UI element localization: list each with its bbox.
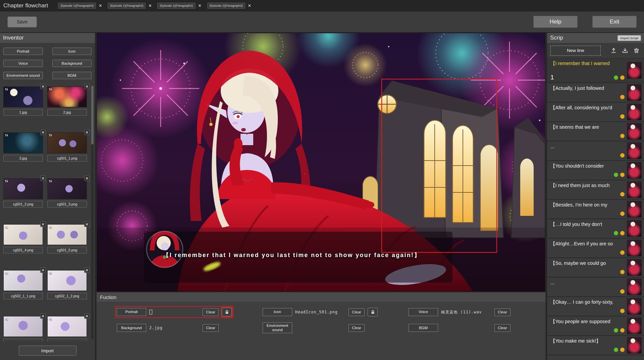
delete-line-button[interactable] <box>632 46 641 55</box>
asset-thumbnail[interactable] <box>3 178 43 199</box>
category-bgm-button[interactable]: BGM <box>52 72 92 79</box>
category-background-button[interactable]: Background <box>52 60 92 67</box>
asset-close-icon[interactable]: ✕ <box>84 222 90 227</box>
tab-close-icon[interactable]: ✕ <box>198 4 202 8</box>
asset-thumbnail[interactable] <box>3 86 43 107</box>
editor-tab[interactable]: (Episode 1)(Paragraph4)✕ <box>58 3 102 9</box>
asset-thumbnail[interactable] <box>47 178 87 199</box>
save-button[interactable]: Save <box>7 16 37 27</box>
voice-value[interactable]: 精灵蓝色 (11).wav <box>441 310 491 315</box>
asset-close-icon[interactable]: ✕ <box>40 176 46 181</box>
bgm-label-button[interactable]: BGM <box>409 324 438 332</box>
reorder-handle[interactable] <box>4 317 9 321</box>
category-voice-button[interactable]: Voice <box>3 60 43 67</box>
asset-item[interactable]: ✕cg502_1_1.png <box>3 270 43 299</box>
script-line[interactable]: 【You shouldn't consider <box>547 161 644 180</box>
reorder-handle[interactable] <box>48 179 53 183</box>
icon-label-button[interactable]: Icon <box>263 308 292 316</box>
reorder-handle[interactable] <box>4 133 9 137</box>
asset-thumbnail[interactable] <box>47 132 87 153</box>
script-line[interactable]: 【I need them just as much <box>547 180 644 200</box>
editor-tab[interactable]: (Episode 1)(Paragraph3)✕ <box>108 3 152 9</box>
reorder-handle[interactable] <box>48 87 53 92</box>
asset-close-icon[interactable]: ✕ <box>40 267 46 273</box>
asset-thumbnail[interactable] <box>3 316 43 337</box>
background-value[interactable]: 2.jpg <box>149 325 200 330</box>
asset-thumbnail[interactable] <box>3 132 43 153</box>
asset-item[interactable]: ✕3.jpg <box>3 132 43 162</box>
script-line[interactable]: 【Actually, I just followed <box>547 83 644 103</box>
asset-close-icon[interactable]: ✕ <box>84 267 90 273</box>
asset-close-icon[interactable]: ✕ <box>40 313 46 319</box>
clear-button[interactable]: Clear <box>348 308 365 316</box>
clear-button[interactable]: Clear <box>494 308 511 316</box>
lock-button[interactable] <box>368 308 378 316</box>
asset-item[interactable]: ✕cg501_1.png <box>47 132 87 162</box>
preview-canvas[interactable]: 【I remember that I warned you last time … <box>97 33 545 292</box>
move-line-up-button[interactable] <box>609 46 618 55</box>
asset-item[interactable]: ✕cg501_4.png <box>3 224 43 253</box>
script-line[interactable]: 【You make me sick!】 <box>547 336 644 355</box>
reorder-handle[interactable] <box>4 87 9 92</box>
import-script-button[interactable]: Import Script <box>618 35 641 41</box>
import-button[interactable]: Import <box>19 346 76 356</box>
asset-close-icon[interactable]: ✕ <box>40 130 46 135</box>
editor-tab[interactable]: (Episode 2)(Paragraph3)✕ <box>207 3 251 9</box>
clear-button[interactable]: Clear <box>203 324 219 332</box>
asset-close-icon[interactable]: ✕ <box>84 84 90 89</box>
script-line[interactable]: 【So, maybe we could go <box>547 258 644 278</box>
asset-item[interactable]: ✕cg502_1_2.png <box>47 270 87 299</box>
script-line[interactable]: 【You people are supposed <box>547 316 644 336</box>
script-line[interactable]: 【…I told you they don't <box>547 219 644 239</box>
reorder-handle[interactable] <box>4 179 9 183</box>
asset-thumbnail[interactable] <box>47 86 87 107</box>
inventor-scrollbar[interactable] <box>91 86 94 339</box>
reorder-handle[interactable] <box>48 271 53 275</box>
script-line[interactable]: 【I remember that I warned1 <box>547 58 644 83</box>
editor-tab[interactable]: (Episode 1)(Paragraph2)✕ <box>157 3 201 9</box>
script-line[interactable]: 【Besides, I'm here on my <box>547 200 644 219</box>
help-button[interactable]: Help <box>533 16 578 28</box>
new-line-button[interactable]: New line <box>550 46 601 56</box>
category-portrait-button[interactable]: Portrait <box>3 48 43 55</box>
tab-close-icon[interactable]: ✕ <box>99 4 102 8</box>
script-line[interactable]: 【Okay… I can go forty-sixty, <box>547 297 644 316</box>
script-line[interactable]: 【Alright…Even if you are so <box>547 239 644 258</box>
environment-sound-label-button[interactable]: Environment sound <box>263 322 292 333</box>
clear-button[interactable]: Clear <box>348 324 365 332</box>
asset-item[interactable]: ✕1.jpg <box>3 86 43 116</box>
background-label-button[interactable]: Background <box>117 324 146 332</box>
portrait-label-button[interactable]: Portrait <box>117 308 146 316</box>
lock-button[interactable] <box>222 308 232 316</box>
script-line[interactable]: ... <box>547 141 644 161</box>
script-line[interactable]: 【After all, considering you'd <box>547 103 644 122</box>
asset-thumbnail[interactable] <box>47 270 87 291</box>
icon-value[interactable]: HeadIcon_501.png <box>295 310 345 314</box>
asset-item[interactable]: ✕cg501_3.png <box>47 178 87 207</box>
reorder-handle[interactable] <box>4 225 9 229</box>
asset-thumbnail[interactable] <box>47 224 87 245</box>
reorder-handle[interactable] <box>48 225 53 229</box>
reorder-handle[interactable] <box>4 271 9 275</box>
asset-close-icon[interactable]: ✕ <box>40 222 46 227</box>
insert-line-button[interactable] <box>621 46 629 55</box>
portrait-value[interactable] <box>149 310 200 314</box>
asset-close-icon[interactable]: ✕ <box>84 176 90 181</box>
asset-item[interactable]: ✕cg501_2.png <box>3 178 43 207</box>
category-environment-sound-button[interactable]: Environment sound <box>3 72 43 79</box>
asset-close-icon[interactable]: ✕ <box>84 313 90 319</box>
asset-item[interactable]: ✕cg501_5.png <box>47 224 87 253</box>
script-line[interactable]: 【It seems that we are <box>547 122 644 141</box>
clear-button[interactable]: Clear <box>203 308 219 316</box>
script-line[interactable]: ... <box>547 278 644 297</box>
tab-close-icon[interactable]: ✕ <box>148 4 152 8</box>
reorder-handle[interactable] <box>48 317 53 321</box>
voice-label-button[interactable]: Voice <box>409 308 438 316</box>
asset-item[interactable]: ✕ <box>47 316 87 341</box>
asset-thumbnail[interactable] <box>3 224 43 245</box>
inventor-scrollbar-thumb[interactable] <box>91 86 94 144</box>
asset-item[interactable]: ✕ <box>3 316 43 341</box>
asset-thumbnail[interactable] <box>3 270 43 291</box>
tab-close-icon[interactable]: ✕ <box>248 4 251 8</box>
clear-button[interactable]: Clear <box>494 324 511 332</box>
